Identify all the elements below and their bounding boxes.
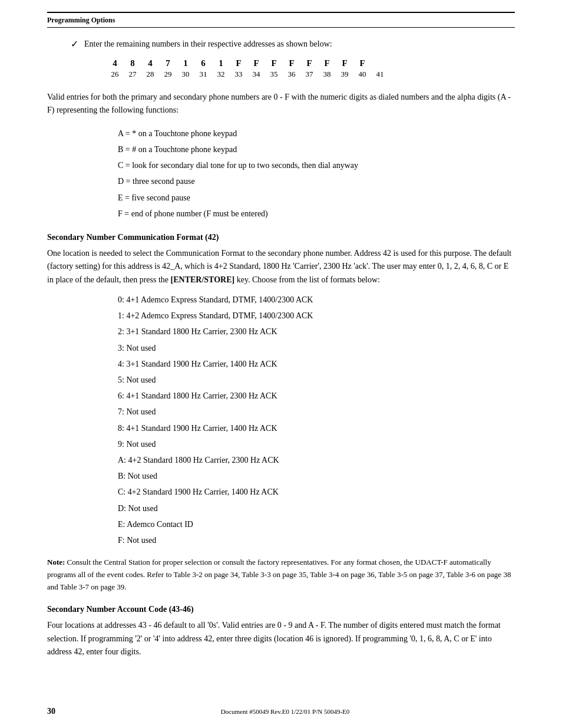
address-value-cell: 7 bbox=[159, 58, 177, 68]
address-number-cell: 38 bbox=[318, 70, 336, 79]
section1-heading: Secondary Number Communication Format (4… bbox=[47, 233, 515, 242]
address-values-row: 4847161FFFFFFFF bbox=[106, 58, 515, 68]
format-item: A: 4+2 Standard 1800 Hz Carrier, 2300 Hz… bbox=[118, 453, 515, 467]
format-item: 9: Not used bbox=[118, 437, 515, 452]
address-value-cell: F bbox=[283, 58, 300, 68]
address-number-cell: 28 bbox=[141, 70, 159, 79]
format-item: 6: 4+1 Standard 1800 Hz Carrier, 2300 Hz… bbox=[118, 388, 515, 403]
address-value-cell: F bbox=[300, 58, 318, 68]
format-item: 8: 4+1 Standard 1900 Hz Carrier, 1400 Hz… bbox=[118, 421, 515, 436]
alpha-function-item: E = five second pause bbox=[118, 190, 515, 205]
format-item: 0: 4+1 Ademco Express Standard, DTMF, 14… bbox=[118, 292, 515, 307]
address-value-cell: 4 bbox=[141, 58, 159, 68]
address-value-cell: F bbox=[247, 58, 265, 68]
format-list: 0: 4+1 Ademco Express Standard, DTMF, 14… bbox=[118, 292, 515, 548]
address-number-cell: 35 bbox=[265, 70, 283, 79]
footer-center: Document #50049 Rev.E0 1/22/01 P/N 50049… bbox=[221, 708, 350, 715]
address-value-cell: F bbox=[230, 58, 247, 68]
format-item: 4: 3+1 Standard 1900 Hz Carrier, 1400 Hz… bbox=[118, 357, 515, 371]
address-value-cell: F bbox=[336, 58, 353, 68]
address-value-cell: 4 bbox=[106, 58, 124, 68]
address-value-cell: F bbox=[318, 58, 336, 68]
alpha-function-item: D = three second pause bbox=[118, 174, 515, 189]
format-item: E: Ademco Contact ID bbox=[118, 517, 515, 532]
address-number-cell: 37 bbox=[300, 70, 318, 79]
format-item: 3: Not used bbox=[118, 341, 515, 355]
section2-body: Four locations at addresses 43 - 46 defa… bbox=[47, 619, 515, 658]
address-value-cell: F bbox=[353, 58, 371, 68]
format-item: 7: Not used bbox=[118, 404, 515, 419]
checkmark-row: ✓ Enter the remaining numbers in their r… bbox=[71, 39, 515, 50]
alpha-function-item: A = * on a Touchtone phone keypad bbox=[118, 126, 515, 141]
format-item: B: Not used bbox=[118, 469, 515, 483]
checkmark-icon: ✓ bbox=[71, 38, 78, 50]
address-number-cell: 39 bbox=[336, 70, 353, 79]
address-number-cell: 27 bbox=[124, 70, 141, 79]
address-number-cell: 31 bbox=[194, 70, 212, 79]
address-number-cell: 30 bbox=[177, 70, 194, 79]
alpha-function-item: F = end of phone number (F must be enter… bbox=[118, 206, 515, 221]
address-number-cell: 33 bbox=[230, 70, 247, 79]
address-number-cell: 34 bbox=[247, 70, 265, 79]
alpha-function-item: C = look for secondary dial tone for up … bbox=[118, 158, 515, 173]
address-value-cell: 1 bbox=[212, 58, 230, 68]
address-value-cell: F bbox=[265, 58, 283, 68]
address-value-cell: 1 bbox=[177, 58, 194, 68]
address-number-cell: 29 bbox=[159, 70, 177, 79]
format-item: C: 4+2 Standard 1900 Hz Carrier, 1400 Hz… bbox=[118, 485, 515, 499]
section-title: Programming Options bbox=[47, 16, 115, 24]
address-value-cell: 6 bbox=[194, 58, 212, 68]
format-item: D: Not used bbox=[118, 501, 515, 516]
checkmark-section: ✓ Enter the remaining numbers in their r… bbox=[71, 39, 515, 79]
alpha-function-item: B = # on a Touchtone phone keypad bbox=[118, 142, 515, 157]
format-item: 1: 4+2 Ademco Express Standard, DTMF, 14… bbox=[118, 308, 515, 323]
address-table: 4847161FFFFFFFF 262728293031323334353637… bbox=[106, 58, 515, 79]
valid-entries-text: Valid entries for both the primary and s… bbox=[47, 91, 515, 117]
address-number-cell: 41 bbox=[371, 70, 389, 79]
intro-text: Enter the remaining numbers in their res… bbox=[84, 39, 332, 49]
section2-heading: Secondary Number Account Code (43-46) bbox=[47, 605, 515, 614]
header-bar: Programming Options bbox=[47, 12, 515, 28]
address-number-cell: 26 bbox=[106, 70, 124, 79]
page: Programming Options ✓ Enter the remainin… bbox=[0, 0, 562, 728]
address-number-cell: 32 bbox=[212, 70, 230, 79]
format-item: 5: Not used bbox=[118, 373, 515, 387]
address-number-cell: 40 bbox=[353, 70, 371, 79]
format-item: F: Not used bbox=[118, 533, 515, 548]
address-numbers-row: 26272829303132333435363738394041 bbox=[106, 70, 515, 79]
footer: 30 Document #50049 Rev.E0 1/22/01 P/N 50… bbox=[0, 707, 562, 716]
address-value-cell: 8 bbox=[124, 58, 141, 68]
footer-page: 30 bbox=[47, 707, 55, 716]
section1-body: One location is needed to select the Com… bbox=[47, 247, 515, 286]
note-block: Note: Consult the Central Station for pr… bbox=[47, 556, 515, 593]
format-item: 2: 3+1 Standard 1800 Hz Carrier, 2300 Hz… bbox=[118, 324, 515, 339]
address-number-cell: 36 bbox=[283, 70, 300, 79]
alpha-functions-list: A = * on a Touchtone phone keypadB = # o… bbox=[118, 126, 515, 221]
